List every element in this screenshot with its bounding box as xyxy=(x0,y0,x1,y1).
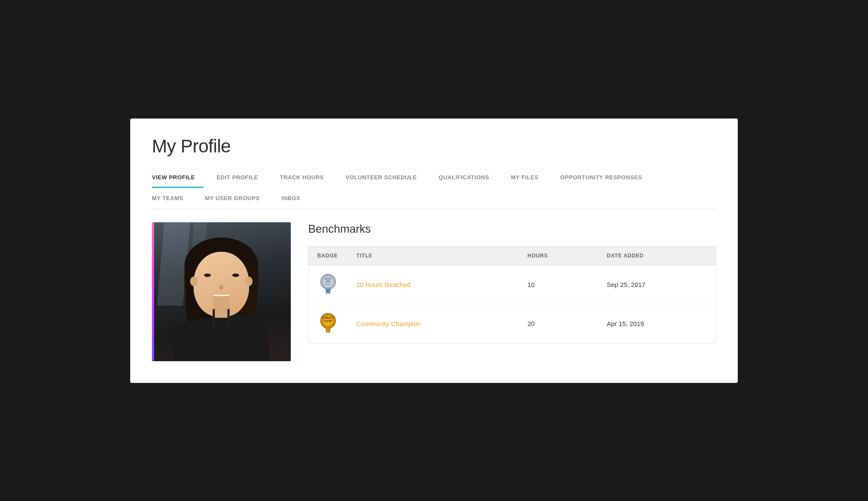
tab-edit-profile[interactable]: EDIT PROFILE xyxy=(217,169,267,188)
hours-cell-1: 10 xyxy=(519,265,598,304)
tab-opportunity-responses[interactable]: OPPORTUNITY RESPONSES xyxy=(560,169,651,188)
tab-track-hours[interactable]: TRACK HOURS xyxy=(280,169,333,188)
tab-qualifications[interactable]: QUALIFICATIONS xyxy=(439,169,498,188)
main-content: Benchmarks BADGE TITLE HOURS DATE ADDED xyxy=(152,222,716,361)
svg-text:COMMUNITY: COMMUNITY xyxy=(322,317,334,319)
date-cell-1: Sep 25, 2017 xyxy=(598,265,716,304)
hours-cell-2: 20 xyxy=(519,304,598,343)
date-cell-2: Apr 15, 2019 xyxy=(598,304,716,343)
svg-text:AWARD: AWARD xyxy=(325,283,332,285)
title-link-1[interactable]: 10 Hours Reached xyxy=(356,281,411,288)
silver-badge-icon: EARLY BIRD AWARD xyxy=(317,273,339,295)
svg-text:BIRD: BIRD xyxy=(326,280,331,283)
benchmarks-table: BADGE TITLE HOURS DATE ADDED EARLY xyxy=(308,246,716,343)
col-header-badge: BADGE xyxy=(309,246,348,265)
tab-my-teams[interactable]: MY TEAMS xyxy=(152,190,192,209)
page-container: My Profile VIEW PROFILE EDIT PROFILE TRA… xyxy=(130,119,738,383)
nav-row-2: MY TEAMS MY USER GROUPS INBOX xyxy=(152,190,716,209)
page-title: My Profile xyxy=(152,136,716,157)
title-link-2[interactable]: Community Champion xyxy=(356,320,421,327)
tab-my-user-groups[interactable]: MY USER GROUPS xyxy=(205,190,268,209)
table-header-row: BADGE TITLE HOURS DATE ADDED xyxy=(309,246,716,265)
col-header-date: DATE ADDED xyxy=(598,246,716,265)
svg-text:CHAMP: CHAMP xyxy=(324,320,332,322)
table-row: EARLY BIRD AWARD 10 Hours Reached 10 xyxy=(309,265,716,304)
profile-photo xyxy=(152,222,291,361)
title-cell-2: Community Champion xyxy=(348,304,519,343)
benchmarks-section: Benchmarks BADGE TITLE HOURS DATE ADDED xyxy=(308,222,716,361)
tab-view-profile[interactable]: VIEW PROFILE xyxy=(152,169,204,188)
svg-text:⭐: ⭐ xyxy=(327,323,329,325)
title-cell-1: 10 Hours Reached xyxy=(348,265,519,304)
benchmarks-title: Benchmarks xyxy=(308,222,716,236)
table-row: COMMUNITY CHAMP ⭐ Community Champion xyxy=(309,304,716,343)
nav-row-1: VIEW PROFILE EDIT PROFILE TRACK HOURS VO… xyxy=(152,169,716,188)
nav-tabs: VIEW PROFILE EDIT PROFILE TRACK HOURS VO… xyxy=(152,169,716,209)
badge-cell-gold: COMMUNITY CHAMP ⭐ xyxy=(309,304,348,343)
col-header-title: TITLE xyxy=(348,246,519,265)
photo-placeholder xyxy=(152,222,291,361)
col-header-hours: HOURS xyxy=(519,246,598,265)
tab-my-files[interactable]: MY FILES xyxy=(511,169,547,188)
badge-cell-silver: EARLY BIRD AWARD xyxy=(309,265,348,304)
svg-text:EARLY: EARLY xyxy=(325,277,332,280)
tab-inbox[interactable]: INBOX xyxy=(281,190,309,209)
tab-volunteer-schedule[interactable]: VOLUNTEER SCHEDULE xyxy=(345,169,425,188)
gold-badge-icon: COMMUNITY CHAMP ⭐ xyxy=(317,312,339,334)
